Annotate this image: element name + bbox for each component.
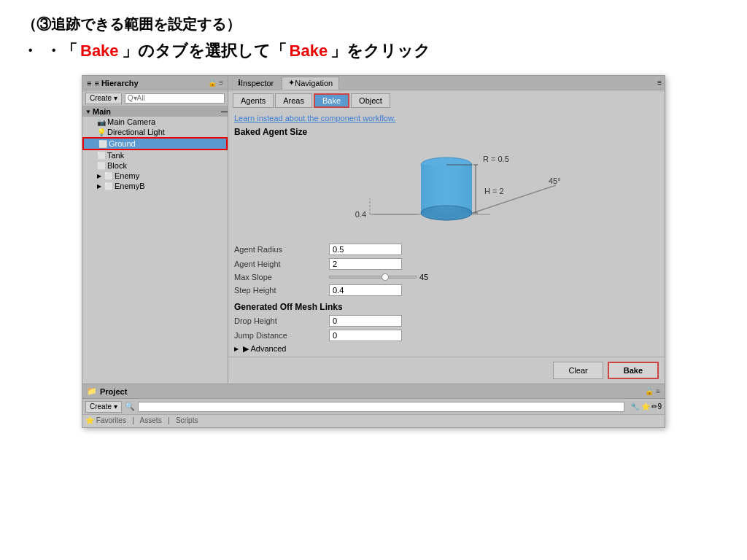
project-search[interactable] bbox=[138, 402, 624, 412]
agent-height-label: Agent Height bbox=[234, 260, 329, 268]
baked-agent-size-title: Baked Agent Size bbox=[234, 127, 659, 137]
camera-icon: 📷 bbox=[97, 118, 106, 126]
arrow-main bbox=[85, 109, 91, 115]
drop-height-label: Drop Height bbox=[234, 316, 329, 325]
enemyb-icon: ⬜ bbox=[104, 182, 113, 190]
tree-item-directional-light[interactable]: 💡 Directional Light bbox=[82, 127, 228, 137]
inspector-panel: ℹ Inspector ✦ Navigation ≡ Agents Areas … bbox=[228, 76, 665, 384]
jump-distance-label: Jump Distance bbox=[234, 331, 329, 340]
advanced-arrow-icon bbox=[234, 346, 240, 352]
project-folder-icon: 📁 bbox=[87, 386, 97, 396]
create-button[interactable]: Create ▾ bbox=[85, 93, 122, 104]
project-title: Project bbox=[100, 387, 127, 396]
left-label: 0.4 bbox=[355, 210, 366, 219]
project-menu-icon[interactable]: 🔒 ≡ bbox=[645, 387, 660, 395]
tree-options: — bbox=[221, 108, 228, 115]
inspector-tab-bar: ℹ Inspector ✦ Navigation ≡ bbox=[228, 76, 665, 90]
instruction-line2: ・ ・「 Bake 」のタブを選択して「 Bake 」をクリック bbox=[22, 40, 725, 62]
bake-button[interactable]: Bake bbox=[608, 362, 659, 379]
agent-radius-input[interactable] bbox=[329, 244, 402, 255]
agent-viz: 45° 0.4 bbox=[322, 141, 570, 236]
enemy-icon: ⬜ bbox=[104, 172, 113, 180]
hierarchy-search[interactable] bbox=[125, 93, 225, 104]
tree-label-enemy: Enemy bbox=[115, 171, 139, 180]
tank-icon: ⬜ bbox=[97, 152, 106, 160]
advanced-label[interactable]: ▶ Advanced bbox=[243, 344, 286, 354]
field-drop-height: Drop Height bbox=[234, 315, 659, 327]
svg-rect-7 bbox=[421, 165, 472, 213]
tab-inspector[interactable]: ℹ Inspector bbox=[231, 77, 280, 90]
hierarchy-tree: Main — 📷 Main Camera 💡 Directional Light bbox=[82, 106, 228, 384]
project-toolbar: Create ▾ 🔍 🔧 ⭐ ✏9 bbox=[82, 399, 665, 415]
tree-label-block: Block bbox=[107, 161, 127, 170]
navigation-tab-icon: ✦ bbox=[288, 78, 295, 88]
line2-keyword1: Bake bbox=[80, 42, 119, 61]
tree-label-tank: Tank bbox=[107, 151, 124, 160]
jump-distance-input[interactable] bbox=[329, 330, 402, 341]
nav-content: Learn instead about the component workfl… bbox=[228, 111, 665, 357]
agent-height-input[interactable] bbox=[329, 258, 402, 270]
max-slope-label: Max Slope bbox=[234, 273, 329, 281]
step-height-input[interactable] bbox=[329, 284, 402, 296]
nav-tab-bake[interactable]: Bake bbox=[314, 93, 349, 108]
field-jump-distance: Jump Distance bbox=[234, 330, 659, 341]
r-label: R = 0.5 bbox=[483, 155, 509, 163]
instruction-line1-text: （③追跡できる範囲を設定する） bbox=[22, 16, 241, 32]
hierarchy-header-left: ≡ ≡ Hierarchy bbox=[87, 79, 139, 88]
max-slope-thumb[interactable] bbox=[382, 273, 389, 281]
tree-item-main[interactable]: Main — bbox=[82, 106, 228, 117]
project-toolbar-icons: 🔧 ⭐ ✏9 bbox=[630, 402, 662, 411]
page-container: （③追跡できる範囲を設定する） ・ ・「 Bake 」のタブを選択して「 Bak… bbox=[0, 0, 747, 435]
clear-button[interactable]: Clear bbox=[553, 362, 603, 379]
nav-tab-agents[interactable]: Agents bbox=[233, 93, 274, 108]
agent-viz-svg: 45° 0.4 bbox=[322, 141, 570, 236]
block-icon: ⬜ bbox=[97, 162, 106, 170]
step-height-label: Step Height bbox=[234, 286, 329, 295]
tree-item-ground[interactable]: ⬜ Ground bbox=[82, 137, 228, 150]
search-icon: 🔍 bbox=[125, 402, 135, 411]
hierarchy-menu[interactable]: 🔒 ≡ bbox=[208, 79, 223, 87]
nav-tab-object[interactable]: Object bbox=[351, 93, 390, 108]
tree-item-enemy[interactable]: ⬜ Enemy bbox=[82, 171, 228, 181]
inspector-tab-label: Inspector bbox=[241, 79, 274, 88]
field-agent-radius: Agent Radius bbox=[234, 244, 659, 255]
navigation-tab-label: Navigation bbox=[295, 79, 333, 88]
svg-line-0 bbox=[468, 185, 556, 214]
h-label: H = 2 bbox=[484, 187, 504, 195]
tree-label-ground: Ground bbox=[109, 139, 136, 148]
arrow-enemy bbox=[97, 173, 103, 179]
tree-label-main-camera: Main Camera bbox=[107, 117, 155, 126]
bullet: ・ bbox=[22, 40, 38, 62]
project-create-button[interactable]: Create ▾ bbox=[85, 401, 122, 413]
tree-item-tank[interactable]: ⬜ Tank bbox=[82, 150, 228, 160]
off-mesh-title: Generated Off Mesh Links bbox=[234, 302, 659, 312]
nav-inner-tab-bar: Agents Areas Bake Object bbox=[228, 90, 665, 111]
nav-tab-areas[interactable]: Areas bbox=[275, 93, 312, 108]
main-layout: ≡ ≡ Hierarchy 🔒 ≡ Create ▾ Main — bbox=[82, 76, 665, 384]
max-slope-track[interactable] bbox=[329, 276, 417, 279]
field-agent-height: Agent Height bbox=[234, 258, 659, 270]
tree-item-main-camera[interactable]: 📷 Main Camera bbox=[82, 117, 228, 127]
angle-label: 45° bbox=[549, 176, 561, 185]
workflow-link[interactable]: Learn instead about the component workfl… bbox=[234, 114, 659, 122]
project-header: 📁 Project 🔒 ≡ bbox=[82, 384, 665, 399]
tree-label-directional-light: Directional Light bbox=[107, 128, 165, 136]
tree-item-enemyb[interactable]: ⬜ EnemyB bbox=[82, 181, 228, 191]
hierarchy-icon: ≡ bbox=[87, 79, 91, 88]
hierarchy-header: ≡ ≡ Hierarchy 🔒 ≡ bbox=[82, 76, 228, 90]
hierarchy-title: ≡ Hierarchy bbox=[94, 79, 138, 88]
ground-icon: ⬜ bbox=[98, 140, 107, 148]
tree-item-block[interactable]: ⬜ Block bbox=[82, 160, 228, 171]
max-slope-value: 45 bbox=[419, 273, 428, 281]
tree-label-main: Main bbox=[93, 107, 111, 116]
unity-editor-screenshot: ≡ ≡ Hierarchy 🔒 ≡ Create ▾ Main — bbox=[82, 75, 665, 428]
project-header-left: 📁 Project bbox=[87, 386, 127, 396]
light-icon: 💡 bbox=[97, 128, 106, 136]
tab-navigation[interactable]: ✦ Navigation bbox=[282, 77, 339, 90]
drop-height-input[interactable] bbox=[329, 315, 402, 327]
arrow-enemyb bbox=[97, 183, 103, 190]
max-slope-slider-container: 45 bbox=[329, 273, 428, 281]
bottom-buttons: Clear Bake bbox=[228, 357, 665, 384]
inspector-menu-icon[interactable]: ≡ bbox=[657, 79, 662, 87]
field-step-height: Step Height bbox=[234, 284, 659, 296]
